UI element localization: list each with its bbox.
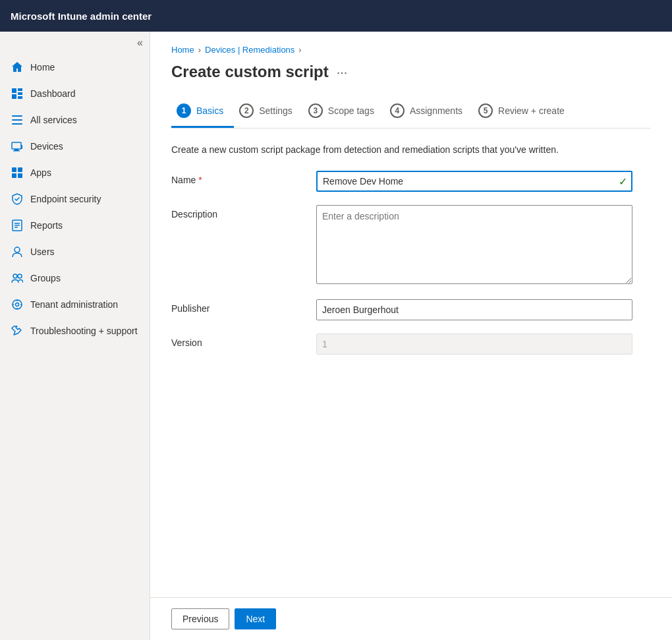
svg-point-22 (18, 274, 22, 278)
tab-basics-label: Basics (196, 105, 223, 116)
troubleshooting-icon (11, 324, 24, 337)
svg-rect-3 (12, 94, 16, 99)
tab-review-label: Review + create (498, 105, 565, 116)
name-check-icon: ✓ (619, 175, 627, 188)
sidebar: « Home Dashboard (0, 32, 150, 640)
sidebar-label-devices: Devices (30, 141, 63, 152)
sidebar-label-users: Users (30, 247, 55, 257)
svg-rect-13 (18, 167, 22, 172)
form-field-version (316, 334, 632, 355)
wizard-tabs: 1 Basics 2 Settings 3 Scope tags 4 Assig… (171, 97, 651, 129)
main-layout: « Home Dashboard (0, 32, 672, 640)
breadcrumb: Home › Devices | Remediations › (171, 45, 651, 55)
sidebar-label-reports: Reports (30, 220, 63, 231)
svg-rect-17 (14, 223, 20, 224)
form-label-name: Name * (171, 171, 316, 185)
form-label-version: Version (171, 334, 316, 348)
devices-icon (11, 140, 24, 153)
sidebar-label-troubleshooting: Troubleshooting + support (30, 326, 138, 336)
sidebar-item-groups[interactable]: Groups (0, 265, 150, 291)
svg-rect-7 (12, 123, 22, 125)
home-icon (11, 61, 24, 74)
publisher-input[interactable] (316, 299, 632, 320)
svg-rect-1 (18, 88, 22, 91)
form-label-description: Description (171, 205, 316, 219)
sidebar-label-endpoint-security: Endpoint security (30, 194, 101, 204)
sidebar-label-dashboard: Dashboard (30, 88, 76, 99)
form-row-name: Name * ✓ (171, 171, 651, 192)
previous-button[interactable]: Previous (171, 608, 229, 629)
svg-rect-12 (12, 167, 16, 172)
all-services-icon (11, 113, 24, 127)
breadcrumb-home[interactable]: Home (171, 45, 194, 55)
breadcrumb-remediations[interactable]: Devices | Remediations (205, 45, 294, 55)
users-icon (11, 245, 24, 258)
tab-settings-circle: 2 (239, 103, 254, 118)
description-textarea[interactable] (316, 205, 632, 284)
sidebar-item-all-services[interactable]: All services (0, 107, 150, 133)
form-row-publisher: Publisher (171, 299, 651, 320)
svg-rect-15 (18, 173, 22, 178)
tab-scope-label: Scope tags (328, 105, 374, 116)
page-more-button[interactable]: ··· (337, 65, 348, 80)
page-title: Create custom script (171, 63, 329, 81)
content-area: Home › Devices | Remediations › Create c… (150, 32, 672, 640)
tab-basics[interactable]: 1 Basics (171, 97, 234, 128)
svg-point-20 (14, 247, 20, 252)
tab-review-create[interactable]: 5 Review + create (473, 97, 575, 128)
sidebar-label-groups: Groups (30, 273, 61, 283)
tab-assignments[interactable]: 4 Assignments (385, 97, 473, 128)
groups-icon (11, 272, 24, 285)
svg-rect-18 (14, 225, 20, 226)
breadcrumb-sep-2: › (298, 45, 301, 55)
sidebar-item-users[interactable]: Users (0, 239, 150, 265)
svg-point-24 (16, 303, 19, 306)
tab-assignments-label: Assignments (410, 105, 462, 116)
breadcrumb-sep-1: › (198, 45, 201, 55)
apps-icon (11, 166, 24, 179)
content-inner: Home › Devices | Remediations › Create c… (150, 32, 672, 597)
form-field-publisher (316, 299, 632, 320)
svg-rect-11 (21, 145, 22, 149)
sidebar-collapse-button[interactable]: « (0, 32, 150, 54)
reports-icon (11, 219, 24, 232)
next-button[interactable]: Next (235, 608, 276, 629)
svg-rect-2 (18, 92, 22, 95)
sidebar-item-devices[interactable]: Devices (0, 133, 150, 160)
form-field-name: ✓ (316, 171, 632, 192)
tab-assignments-circle: 4 (390, 103, 405, 118)
tab-basics-circle: 1 (177, 103, 191, 118)
endpoint-security-icon (11, 192, 24, 206)
name-input[interactable] (316, 171, 632, 192)
sidebar-label-home: Home (30, 62, 55, 73)
sidebar-item-endpoint-security[interactable]: Endpoint security (0, 186, 150, 212)
sidebar-item-tenant-admin[interactable]: Tenant administration (0, 291, 150, 318)
svg-rect-14 (12, 173, 16, 178)
tab-settings-label: Settings (259, 105, 293, 116)
form-row-description: Description (171, 205, 651, 286)
svg-rect-0 (12, 88, 16, 93)
tab-settings[interactable]: 2 Settings (234, 97, 303, 128)
topbar: Microsoft Intune admin center (0, 0, 672, 32)
form-description: Create a new custom script package from … (171, 144, 651, 155)
svg-rect-9 (14, 149, 18, 150)
collapse-icon: « (137, 37, 143, 49)
sidebar-item-apps[interactable]: Apps (0, 160, 150, 186)
sidebar-item-home[interactable]: Home (0, 54, 150, 80)
svg-rect-6 (12, 119, 22, 121)
sidebar-item-reports[interactable]: Reports (0, 212, 150, 239)
tenant-admin-icon (11, 298, 24, 311)
form-field-description (316, 205, 632, 286)
svg-point-21 (13, 274, 17, 278)
sidebar-label-apps: Apps (30, 167, 51, 178)
name-required-indicator: * (198, 175, 202, 185)
svg-rect-10 (13, 150, 20, 152)
svg-rect-8 (12, 142, 21, 149)
sidebar-item-troubleshooting[interactable]: Troubleshooting + support (0, 318, 150, 344)
page-title-row: Create custom script ··· (171, 63, 651, 81)
svg-point-23 (13, 300, 22, 309)
tab-review-circle: 5 (478, 103, 493, 118)
svg-rect-5 (12, 115, 22, 117)
sidebar-item-dashboard[interactable]: Dashboard (0, 80, 150, 107)
tab-scope-tags[interactable]: 3 Scope tags (303, 97, 385, 128)
